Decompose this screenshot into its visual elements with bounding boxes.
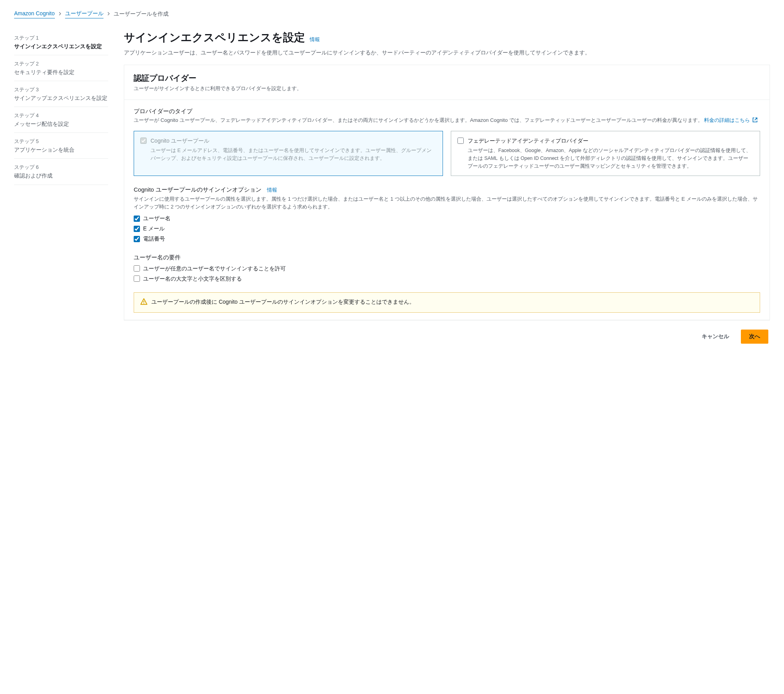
- username-arbitrary-option[interactable]: ユーザーが任意のユーザー名でサインインすることを許可: [134, 265, 760, 273]
- step-title: サインインエクスペリエンスを設定: [14, 43, 108, 51]
- page-description: アプリケーションユーザーは、ユーザー名とパスワードを使用してユーザープールにサイ…: [124, 48, 770, 57]
- info-link[interactable]: 情報: [267, 186, 277, 194]
- step-number: ステップ 3: [14, 86, 108, 94]
- breadcrumb-root-link[interactable]: Amazon Cognito: [14, 9, 55, 18]
- checkbox-label: E メール: [143, 225, 165, 233]
- wizard-footer: キャンセル 次へ: [124, 330, 770, 344]
- signin-options-desc: サインインに使用するユーザープールの属性を選択します。属性を 1 つだけ選択した…: [134, 195, 760, 212]
- signin-options-heading: Cognito ユーザープールのサインインオプション: [134, 185, 261, 194]
- wizard-step-5[interactable]: ステップ 5 アプリケーションを統合: [14, 133, 108, 159]
- cancel-button[interactable]: キャンセル: [694, 330, 737, 344]
- step-title: メッセージ配信を設定: [14, 120, 108, 128]
- step-number: ステップ 2: [14, 60, 108, 68]
- panel-title: 認証プロバイダー: [134, 72, 760, 84]
- step-number: ステップ 5: [14, 138, 108, 145]
- provider-federated-card[interactable]: フェデレーテッドアイデンティティプロバイダー ユーザーは、Facebook、Go…: [451, 131, 760, 176]
- checkbox-checked-disabled-icon: [140, 138, 147, 144]
- step-number: ステップ 1: [14, 34, 108, 42]
- pricing-link[interactable]: 料金の詳細はこちら: [704, 117, 758, 123]
- checkbox-input[interactable]: [134, 216, 140, 222]
- wizard-steps-sidebar: ステップ 1 サインインエクスペリエンスを設定 ステップ 2 セキュリティ要件を…: [14, 29, 108, 344]
- signin-username-option[interactable]: ユーザー名: [134, 214, 760, 223]
- checkbox-unchecked-icon: [457, 138, 464, 144]
- breadcrumb-pool-link[interactable]: ユーザープール: [65, 9, 103, 18]
- checkbox-input[interactable]: [134, 275, 140, 282]
- breadcrumb-current: ユーザープールを作成: [114, 10, 169, 18]
- step-number: ステップ 6: [14, 163, 108, 171]
- page-title: サインインエクスペリエンスを設定: [124, 29, 305, 46]
- provider-card-title: フェデレーテッドアイデンティティプロバイダー: [468, 137, 753, 145]
- wizard-step-6[interactable]: ステップ 6 確認および作成: [14, 159, 108, 185]
- breadcrumb: Amazon Cognito ユーザープール ユーザープールを作成: [14, 9, 770, 18]
- wizard-step-4[interactable]: ステップ 4 メッセージ配信を設定: [14, 107, 108, 133]
- checkbox-label: ユーザー名: [143, 214, 171, 223]
- username-req-heading: ユーザー名の要件: [134, 253, 760, 262]
- next-button[interactable]: 次へ: [741, 330, 768, 344]
- auth-providers-panel: 認証プロバイダー ユーザーがサインインするときに利用できるプロバイダーを設定しま…: [124, 65, 770, 320]
- step-title: 確認および作成: [14, 172, 108, 180]
- checkbox-label: 電話番号: [143, 235, 165, 243]
- username-case-sensitive-option[interactable]: ユーザー名の大文字と小文字を区別する: [134, 275, 760, 283]
- checkbox-input[interactable]: [134, 265, 140, 272]
- panel-subtitle: ユーザーがサインインするときに利用できるプロバイダーを設定します。: [134, 85, 760, 92]
- step-title: アプリケーションを統合: [14, 146, 108, 154]
- step-number: ステップ 4: [14, 112, 108, 120]
- alert-text: ユーザープールの作成後に Cognito ユーザープールのサインインオプションを…: [151, 297, 415, 306]
- warning-alert: ユーザープールの作成後に Cognito ユーザープールのサインインオプションを…: [134, 292, 760, 313]
- info-link[interactable]: 情報: [310, 36, 320, 43]
- chevron-right-icon: [107, 10, 111, 18]
- wizard-step-2[interactable]: ステップ 2 セキュリティ要件を設定: [14, 55, 108, 81]
- provider-type-heading: プロバイダーのタイプ: [134, 107, 760, 116]
- external-link-icon: [752, 117, 758, 125]
- chevron-right-icon: [58, 10, 62, 18]
- signin-phone-option[interactable]: 電話番号: [134, 235, 760, 243]
- step-title: サインアップエクスペリエンスを設定: [14, 94, 108, 102]
- wizard-step-3[interactable]: ステップ 3 サインアップエクスペリエンスを設定: [14, 81, 108, 107]
- provider-card-desc: ユーザーは、Facebook、Google、Amazon、Apple などのソー…: [468, 147, 753, 170]
- svg-rect-1: [458, 138, 464, 144]
- checkbox-label: ユーザー名の大文字と小文字を区別する: [143, 275, 242, 283]
- provider-type-desc: ユーザーが Cognito ユーザープール、フェデレーテッドアイデンティティプロ…: [134, 116, 760, 125]
- warning-icon: [140, 298, 147, 308]
- checkbox-label: ユーザーが任意のユーザー名でサインインすることを許可: [143, 265, 286, 273]
- checkbox-input[interactable]: [134, 226, 140, 232]
- checkbox-input[interactable]: [134, 236, 140, 242]
- main-content: サインインエクスペリエンスを設定 情報 アプリケーションユーザーは、ユーザー名と…: [124, 29, 770, 344]
- provider-card-title: Cognito ユーザープール: [151, 137, 436, 145]
- step-title: セキュリティ要件を設定: [14, 69, 108, 76]
- svg-point-3: [143, 303, 144, 304]
- provider-cognito-card[interactable]: Cognito ユーザープール ユーザーは E メールアドレス、電話番号、または…: [134, 131, 443, 176]
- provider-card-desc: ユーザーは E メールアドレス、電話番号、またはユーザー名を使用してサインインで…: [151, 147, 436, 162]
- wizard-step-1[interactable]: ステップ 1 サインインエクスペリエンスを設定: [14, 29, 108, 55]
- signin-email-option[interactable]: E メール: [134, 225, 760, 233]
